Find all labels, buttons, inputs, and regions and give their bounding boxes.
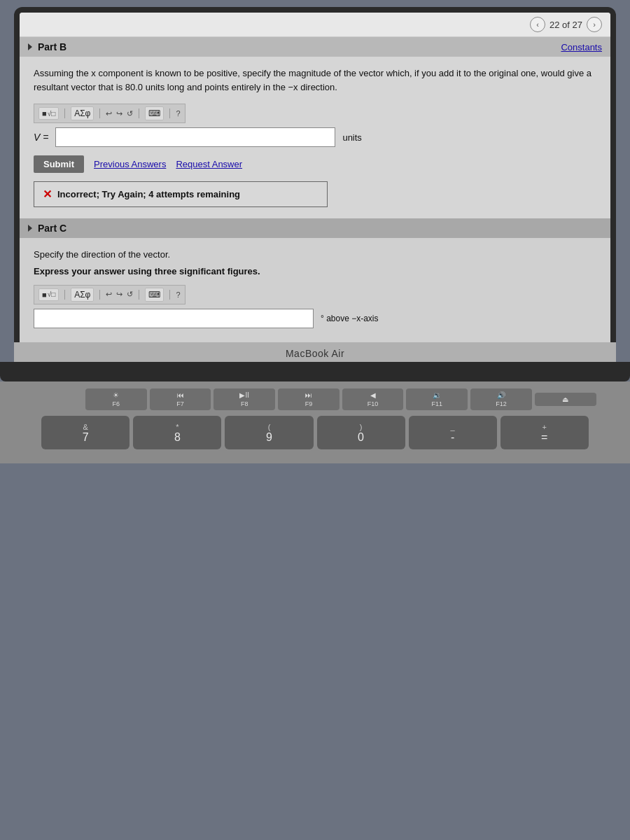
nav-counter: 22 of 27 — [550, 20, 582, 30]
v-equals-label: V = — [34, 132, 48, 143]
undo-button[interactable]: ↩ — [106, 109, 112, 118]
screen-bezel: ‹ 22 of 27 › Part B Constants Assuming t… — [14, 7, 616, 342]
part-c-question-text: Specify the direction of the vector. — [34, 248, 596, 262]
num-minus-main: - — [451, 431, 454, 444]
num-key-equals[interactable]: + = — [500, 416, 589, 449]
help-button[interactable]: ? — [176, 109, 180, 118]
sqrt-icon[interactable]: ■ √□ — [38, 107, 59, 120]
part-c-header: Part C — [20, 218, 610, 238]
fast-forward-icon: ⏭ — [305, 391, 312, 399]
num-7-main: 7 — [83, 431, 89, 444]
redo-button-c[interactable]: ↪ — [116, 290, 122, 299]
constants-link[interactable]: Constants — [561, 42, 602, 52]
fn-key-f7[interactable]: ⏮ F7 — [150, 388, 211, 410]
help-button-c[interactable]: ? — [176, 290, 180, 299]
toolbar-sep-4 — [169, 108, 170, 118]
rewind-icon: ⏮ — [177, 391, 184, 399]
macbook-label: MacBook Air — [14, 342, 616, 362]
refresh-button[interactable]: ↺ — [127, 109, 133, 118]
fn-key-f8[interactable]: ▶II F8 — [214, 388, 275, 410]
part-b-action-row: Submit Previous Answers Request Answer — [34, 155, 596, 173]
toolbar-sep-c1 — [64, 290, 65, 300]
fn-keys-row: ☀ F6 ⏮ F7 ▶II F8 ⏭ F9 ◀ F10 🔉 F11 🔊 F12 … — [14, 388, 616, 410]
num-key-9[interactable]: ( 9 — [225, 416, 313, 449]
num-0-main: 0 — [358, 431, 364, 444]
keyboard-button-c[interactable]: ⌨ — [145, 288, 164, 302]
part-c-label: Part C — [38, 223, 66, 234]
refresh-button-c[interactable]: ↺ — [127, 290, 133, 299]
sqrt-icon-c[interactable]: ■ √□ — [38, 288, 59, 301]
screen-inner: ‹ 22 of 27 › Part B Constants Assuming t… — [20, 13, 610, 342]
keyboard-area: ☀ F6 ⏮ F7 ▶II F8 ⏭ F9 ◀ F10 🔉 F11 🔊 F12 … — [0, 382, 630, 463]
part-c-answer-input[interactable] — [34, 309, 314, 328]
toolbar-sep-1 — [64, 108, 65, 118]
f12-label: F12 — [496, 400, 507, 407]
toolbar-sep-2 — [99, 108, 100, 118]
num-8-main: 8 — [174, 431, 181, 444]
part-b-answer-input[interactable] — [55, 127, 335, 147]
f8-label: F8 — [241, 400, 248, 407]
request-answer-link[interactable]: Request Answer — [176, 159, 242, 169]
part-b-header: Part B Constants — [20, 37, 610, 57]
aes-button[interactable]: AΣφ — [71, 106, 94, 120]
power-icon: ⏏ — [562, 396, 568, 403]
part-c-body: Specify the direction of the vector. Exp… — [20, 238, 610, 342]
fn-key-f12[interactable]: 🔊 F12 — [470, 388, 532, 410]
num-keys-row: & 7 * 8 ( 9 ) 0 _ - + = — [14, 416, 616, 449]
brightness-icon: ☀ — [113, 391, 119, 399]
prev-nav-button[interactable]: ‹ — [530, 17, 545, 32]
num-0-top: ) — [360, 423, 363, 431]
keyboard-button[interactable]: ⌨ — [145, 106, 164, 120]
f9-label: F9 — [305, 400, 313, 407]
num-9-main: 9 — [266, 431, 272, 444]
num-key-0[interactable]: ) 0 — [317, 416, 405, 449]
toolbar-sep-3 — [139, 108, 139, 118]
vol-up-icon: 🔊 — [497, 391, 505, 399]
part-b-label: Part B — [38, 41, 66, 52]
error-box: ✕ Incorrect; Try Again; 4 attempts remai… — [34, 181, 328, 207]
next-nav-button[interactable]: › — [587, 17, 602, 32]
fn-key-f9[interactable]: ⏭ F9 — [278, 388, 340, 410]
part-b-answer-row: V = units — [34, 127, 596, 147]
f11-label: F11 — [432, 400, 443, 407]
part-b-question-text: Assuming the x component is known to be … — [34, 66, 596, 94]
part-c-eq-toolbar: ■ √□ AΣφ ↩ ↪ ↺ ⌨ ? — [34, 285, 186, 304]
part-c-subtext: Express your answer using three signific… — [34, 266, 596, 276]
collapse-triangle-c[interactable] — [28, 225, 32, 232]
fn-key-f6[interactable]: ☀ F6 — [85, 388, 147, 410]
aes-button-c[interactable]: AΣφ — [71, 288, 94, 302]
toolbar-sep-c3 — [139, 290, 139, 300]
vol-down-icon: 🔉 — [433, 391, 441, 399]
num-key-8[interactable]: * 8 — [133, 416, 221, 449]
part-b-body: Assuming the x component is known to be … — [20, 57, 610, 218]
fn-key-f11[interactable]: 🔉 F11 — [406, 388, 468, 410]
num-9-top: ( — [268, 423, 271, 431]
collapse-triangle-b[interactable] — [28, 43, 32, 50]
num-key-7[interactable]: & 7 — [41, 416, 130, 449]
previous-answers-link[interactable]: Previous Answers — [94, 159, 166, 169]
redo-button[interactable]: ↪ — [116, 109, 122, 118]
units-label: units — [342, 132, 361, 143]
num-equals-main: = — [541, 431, 547, 444]
above-axis-label: ° above −x-axis — [321, 314, 379, 323]
submit-button[interactable]: Submit — [34, 155, 84, 173]
mute-icon: ◀ — [370, 391, 376, 399]
part-b-eq-toolbar: ■ √□ AΣφ ↩ ↪ ↺ ⌨ ? — [34, 104, 186, 123]
error-text: Incorrect; Try Again; 4 attempts remaini… — [57, 189, 240, 200]
nav-bar: ‹ 22 of 27 › — [20, 13, 610, 37]
f6-label: F6 — [113, 400, 120, 407]
part-c-answer-row: ° above −x-axis — [34, 309, 596, 328]
f7-label: F7 — [176, 400, 184, 407]
toolbar-sep-c4 — [169, 290, 170, 300]
fn-key-eject[interactable]: ⏏ — [535, 393, 596, 406]
undo-button-c[interactable]: ↩ — [106, 290, 112, 299]
bottom-bezel — [0, 362, 630, 382]
fn-key-f10[interactable]: ◀ F10 — [342, 388, 404, 410]
num-minus-top: _ — [451, 423, 455, 431]
play-pause-icon: ▶II — [239, 391, 249, 399]
num-key-minus[interactable]: _ - — [409, 416, 497, 449]
f10-label: F10 — [368, 400, 379, 407]
num-7-top: & — [83, 423, 88, 431]
num-8-top: * — [176, 423, 178, 431]
nav-controls: ‹ 22 of 27 › — [530, 17, 602, 32]
